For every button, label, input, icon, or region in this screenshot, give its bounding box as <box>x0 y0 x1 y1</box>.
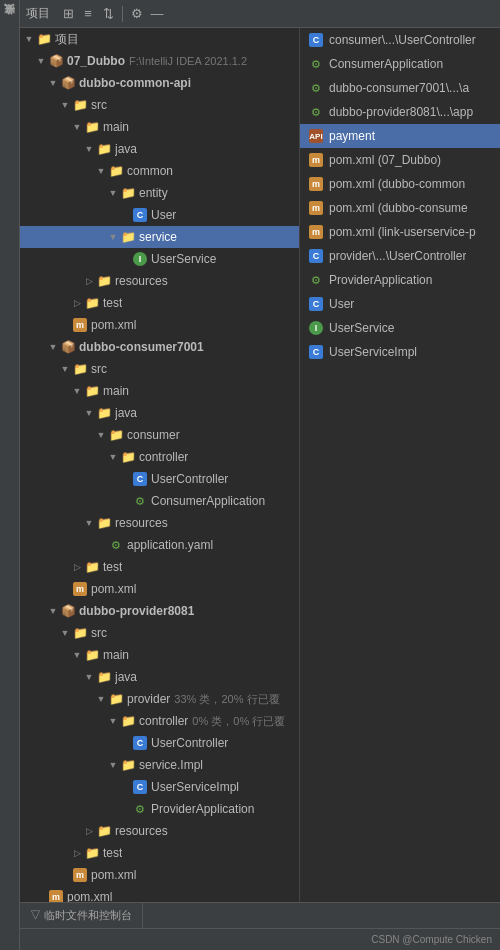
tree-arrow[interactable]: ▷ <box>70 848 84 858</box>
tree-arrow[interactable]: ▼ <box>58 628 72 638</box>
right-panel-item[interactable]: ⚙dubbo-provider8081\...\app <box>300 100 500 124</box>
tree-item[interactable]: ▼📁java <box>20 666 299 688</box>
tree-arrow[interactable]: ▼ <box>70 122 84 132</box>
right-panel-item-label: consumer\...\UserController <box>329 33 476 47</box>
folder-icon: 📁 <box>120 449 136 465</box>
right-panel-item[interactable]: mpom.xml (link-userservice-p <box>300 220 500 244</box>
tree-item[interactable]: ▼📦dubbo-provider8081 <box>20 600 299 622</box>
tree-arrow[interactable]: ▷ <box>82 826 96 836</box>
tree-arrow[interactable]: ▼ <box>106 716 120 726</box>
tree-arrow[interactable]: ▼ <box>70 650 84 660</box>
tree-item[interactable]: ▼📦dubbo-common-api <box>20 72 299 94</box>
sidebar-vertical-tabs: 结构 收藏夹 <box>0 0 20 950</box>
tree-arrow[interactable]: ▼ <box>94 166 108 176</box>
tree-item[interactable]: CUserController <box>20 732 299 754</box>
tree-item[interactable]: ▼📦07_DubboF:\IntelliJ IDEA 2021.1.2 <box>20 50 299 72</box>
right-panel-item[interactable]: CUser <box>300 292 500 316</box>
tree-arrow[interactable]: ▼ <box>34 56 48 66</box>
tree-item[interactable]: CUserServiceImpl <box>20 776 299 798</box>
right-panel-item[interactable]: ⚙ProviderApplication <box>300 268 500 292</box>
tree-item[interactable]: ▷📁test <box>20 556 299 578</box>
tree-arrow[interactable]: ▼ <box>82 408 96 418</box>
tree-item[interactable]: ▼📁consumer <box>20 424 299 446</box>
tree-item[interactable]: CUserController <box>20 468 299 490</box>
tree-arrow[interactable]: ▼ <box>106 188 120 198</box>
tree-item[interactable]: ▼📁项目 <box>20 28 299 50</box>
tree-arrow[interactable]: ▷ <box>70 298 84 308</box>
right-panel-item[interactable]: mpom.xml (dubbo-common <box>300 172 500 196</box>
tree-item[interactable]: ▼📁src <box>20 358 299 380</box>
tree-item[interactable]: ▷📁test <box>20 842 299 864</box>
tree-arrow[interactable]: ▼ <box>94 694 108 704</box>
tree-item[interactable]: ⚙application.yaml <box>20 534 299 556</box>
tree-item[interactable]: ▼📁src <box>20 622 299 644</box>
tree-item[interactable]: mpom.xml <box>20 886 299 902</box>
right-panel-item[interactable]: mpom.xml (07_Dubbo) <box>300 148 500 172</box>
tree-item[interactable]: IUserService <box>20 248 299 270</box>
right-panel-item[interactable]: ⚙ConsumerApplication <box>300 52 500 76</box>
tree-item[interactable]: ▼📁main <box>20 380 299 402</box>
sidebar-tab-structure[interactable]: 结构 <box>0 0 20 16</box>
right-panel-item[interactable]: mpom.xml (dubbo-consume <box>300 196 500 220</box>
tree-item[interactable]: ⚙ConsumerApplication <box>20 490 299 512</box>
toolbar-icon-sort[interactable]: ⇅ <box>100 6 116 22</box>
tree-arrow[interactable]: ▼ <box>46 606 60 616</box>
tree-item[interactable]: ▼📁java <box>20 138 299 160</box>
right-panel-item-label: UserServiceImpl <box>329 345 417 359</box>
module-icon: 📦 <box>60 603 76 619</box>
right-panel-item[interactable]: APIpayment <box>300 124 500 148</box>
bottom-tab-console[interactable]: ▽ 临时文件和控制台 <box>20 903 143 928</box>
module-icon: 📦 <box>60 339 76 355</box>
tree-item[interactable]: ▼📁resources <box>20 512 299 534</box>
right-panel-item-label: pom.xml (dubbo-common <box>329 177 465 191</box>
tree-item[interactable]: ▼📁provider33% 类，20% 行已覆 <box>20 688 299 710</box>
tree-arrow[interactable]: ▼ <box>46 342 60 352</box>
right-panel-item[interactable]: Cprovider\...\UserController <box>300 244 500 268</box>
toolbar-icon-list[interactable]: ≡ <box>80 6 96 22</box>
tree-item[interactable]: ▼📁entity <box>20 182 299 204</box>
tree-item[interactable]: mpom.xml <box>20 314 299 336</box>
toolbar-icon-collapse[interactable]: — <box>149 6 165 22</box>
tree-arrow[interactable]: ▼ <box>94 430 108 440</box>
tree-item-label: main <box>103 648 129 662</box>
tree-item[interactable]: ▼📦dubbo-consumer7001 <box>20 336 299 358</box>
tree-arrow[interactable]: ▼ <box>82 672 96 682</box>
sidebar-tab-favorites[interactable]: 收藏夹 <box>0 16 20 32</box>
tree-arrow[interactable]: ▷ <box>70 562 84 572</box>
tree-arrow[interactable]: ▼ <box>82 518 96 528</box>
tree-item[interactable]: ▷📁resources <box>20 270 299 292</box>
tree-arrow[interactable]: ▼ <box>106 232 120 242</box>
tree-item[interactable]: ▼📁controller <box>20 446 299 468</box>
tree-item[interactable]: ▼📁service <box>20 226 299 248</box>
right-panel-item[interactable]: CUserServiceImpl <box>300 340 500 364</box>
toolbar-icon-grid[interactable]: ⊞ <box>60 6 76 22</box>
tree-arrow[interactable]: ▷ <box>82 276 96 286</box>
tree-arrow[interactable]: ▼ <box>106 452 120 462</box>
bottom-status-bar: CSDN @Compute Chicken <box>20 928 500 950</box>
tree-arrow[interactable]: ▼ <box>58 100 72 110</box>
right-panel-item[interactable]: ⚙dubbo-consumer7001\...\a <box>300 76 500 100</box>
tree-item[interactable]: ▼📁main <box>20 116 299 138</box>
tree-arrow[interactable]: ▼ <box>70 386 84 396</box>
tree-arrow[interactable]: ▼ <box>22 34 36 44</box>
right-panel-item[interactable]: IUserService <box>300 316 500 340</box>
tree-arrow[interactable]: ▼ <box>46 78 60 88</box>
tree-item-hint: 0% 类，0% 行已覆 <box>192 714 285 729</box>
tree-item[interactable]: ▼📁controller0% 类，0% 行已覆 <box>20 710 299 732</box>
tree-arrow[interactable]: ▼ <box>106 760 120 770</box>
tree-item[interactable]: ▷📁test <box>20 292 299 314</box>
tree-item[interactable]: ▼📁service.Impl <box>20 754 299 776</box>
tree-item[interactable]: ▼📁java <box>20 402 299 424</box>
tree-arrow[interactable]: ▼ <box>82 144 96 154</box>
toolbar-icon-settings[interactable]: ⚙ <box>129 6 145 22</box>
tree-item[interactable]: mpom.xml <box>20 864 299 886</box>
tree-item[interactable]: ▷📁resources <box>20 820 299 842</box>
tree-item[interactable]: ▼📁main <box>20 644 299 666</box>
tree-arrow[interactable]: ▼ <box>58 364 72 374</box>
tree-item[interactable]: mpom.xml <box>20 578 299 600</box>
right-panel-item[interactable]: Cconsumer\...\UserController <box>300 28 500 52</box>
tree-item[interactable]: ▼📁common <box>20 160 299 182</box>
tree-item[interactable]: ▼📁src <box>20 94 299 116</box>
tree-item[interactable]: CUser <box>20 204 299 226</box>
tree-item[interactable]: ⚙ProviderApplication <box>20 798 299 820</box>
